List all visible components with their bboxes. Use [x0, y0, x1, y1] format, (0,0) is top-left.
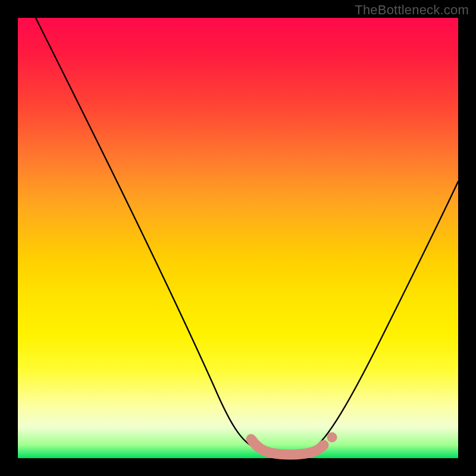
watermark-text: TheBottleneck.com	[355, 2, 469, 18]
chart-frame: TheBottleneck.com	[0, 0, 476, 476]
optimal-marker	[327, 433, 337, 443]
optimal-band	[251, 439, 324, 455]
bottleneck-curve	[36, 18, 458, 453]
chart-curves	[18, 18, 458, 458]
